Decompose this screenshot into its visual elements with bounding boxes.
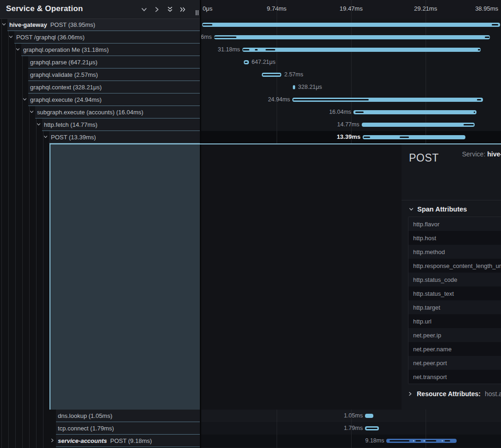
span-name-cell[interactable]: POST (13.39ms) bbox=[49, 131, 201, 143]
operation-name: tcp.connect (1.79ms) bbox=[58, 425, 114, 432]
panel-resize-grip[interactable] bbox=[196, 10, 198, 15]
span-duration-bar[interactable] bbox=[242, 48, 481, 52]
child-span-mark bbox=[415, 440, 421, 442]
operation-name: POST (38.95ms) bbox=[50, 21, 95, 28]
panel-divider[interactable] bbox=[200, 0, 201, 448]
operation-name: dns.lookup (1.05ms) bbox=[58, 412, 112, 419]
ruler-gridline bbox=[351, 0, 352, 19]
child-span-mark bbox=[477, 99, 482, 100]
span-row[interactable]: graphql.execute (24.94ms) bbox=[0, 93, 201, 106]
span-name-cell[interactable]: graphql.operation Me (31.18ms) bbox=[21, 44, 201, 56]
attribute-key: net.transport bbox=[413, 373, 501, 380]
span-duration-label: 647.21μs bbox=[252, 59, 276, 65]
span-attributes-toggle[interactable]: Span Attributes bbox=[409, 205, 501, 213]
span-row[interactable]: tcp.connect (1.79ms) bbox=[0, 422, 201, 435]
attribute-row: http.host"localhost:4011" bbox=[408, 231, 501, 245]
span-row[interactable]: graphql.validate (2.57ms) bbox=[0, 68, 201, 81]
child-span-mark bbox=[485, 37, 489, 38]
service-operation-panel: Service & Operation hive-gatewayPOST (38… bbox=[0, 0, 201, 448]
chevron-down-icon[interactable] bbox=[29, 110, 35, 114]
child-span-mark bbox=[413, 440, 414, 442]
span-attributes-table: http.flavor"1.1"http.host"localhost:4011… bbox=[408, 217, 501, 384]
span-detail-header: POST Service: hive-gatewayDuration: 13.3… bbox=[408, 149, 501, 195]
span-name-cell[interactable]: subgraph.execute (accounts) (16.04ms) bbox=[35, 106, 201, 118]
span-attributes-title: Span Attributes bbox=[417, 205, 467, 213]
selected-span-border bbox=[49, 143, 501, 144]
chevron-down-icon[interactable] bbox=[36, 122, 42, 126]
span-overview-line: Library Name: @opentelemetry/instrumenta… bbox=[408, 169, 501, 180]
chevron-right-icon[interactable] bbox=[152, 4, 162, 14]
span-duration-bar[interactable] bbox=[365, 426, 379, 430]
attribute-row: http.status_text"OK" bbox=[408, 286, 501, 300]
service-operation-header: Service & Operation bbox=[0, 0, 201, 19]
chevron-down-icon[interactable] bbox=[15, 47, 21, 51]
span-overview-line: Library Version: 0.203.0 bbox=[408, 180, 501, 190]
span-name-cell[interactable]: graphql.context (328.21μs) bbox=[28, 81, 201, 93]
span-row[interactable]: service-accountsPOST (9.18ms) bbox=[0, 435, 201, 447]
child-span-mark bbox=[266, 49, 275, 50]
resource-attributes-title[interactable]: Resource Attributes: bbox=[417, 390, 481, 398]
span-duration-bar[interactable] bbox=[386, 439, 457, 443]
selected-span-detail-spacer bbox=[49, 144, 201, 410]
operation-name: graphql.execute (24.94ms) bbox=[30, 96, 102, 103]
span-duration-bar[interactable] bbox=[363, 135, 465, 139]
span-name-cell[interactable]: graphql.parse (647.21μs) bbox=[28, 56, 201, 68]
span-duration-label: 328.21μs bbox=[298, 84, 322, 90]
span-name-cell[interactable]: tcp.connect (1.79ms) bbox=[56, 422, 201, 435]
span-name-cell[interactable]: graphql.execute (24.94ms) bbox=[28, 93, 201, 106]
span-duration-bar[interactable] bbox=[202, 23, 500, 27]
span-name-cell[interactable]: service-accountsPOST (9.18ms) bbox=[56, 435, 201, 447]
child-span-mark bbox=[245, 62, 248, 63]
span-duration-bar[interactable] bbox=[262, 73, 281, 77]
span-duration-bar[interactable] bbox=[353, 110, 476, 114]
chevron-down-icon bbox=[409, 205, 414, 213]
chevron-down-icon[interactable] bbox=[43, 135, 49, 139]
span-name-cell[interactable]: graphql.validate (2.57ms) bbox=[28, 68, 201, 81]
attribute-row: http.status_code200 bbox=[408, 273, 501, 286]
chevron-down-icon[interactable] bbox=[1, 22, 7, 26]
chevron-down-icon[interactable] bbox=[22, 97, 28, 101]
child-span-mark bbox=[424, 440, 425, 442]
attribute-key: http.method bbox=[413, 249, 501, 255]
span-duration-bar[interactable] bbox=[292, 98, 483, 102]
span-name-cell[interactable]: hive-gatewayPOST (38.95ms) bbox=[7, 19, 201, 31]
operation-name: graphql.context (328.21μs) bbox=[30, 84, 102, 91]
double-chevron-down-icon[interactable] bbox=[165, 4, 175, 14]
span-row[interactable]: dns.lookup (1.05ms) bbox=[0, 410, 201, 422]
chevron-down-icon[interactable] bbox=[8, 35, 14, 39]
span-row[interactable]: graphql.context (328.21μs) bbox=[0, 81, 201, 93]
child-span-mark bbox=[426, 440, 436, 442]
chevron-right-icon[interactable] bbox=[49, 438, 56, 442]
chevron-down-icon[interactable] bbox=[139, 4, 149, 14]
span-duration-label: 31.18ms bbox=[218, 46, 240, 53]
span-duration-bar[interactable] bbox=[293, 85, 295, 89]
panel-title: Service & Operation bbox=[6, 4, 83, 13]
span-duration-bar[interactable] bbox=[244, 60, 249, 64]
operation-name: graphql.operation Me (31.18ms) bbox=[23, 46, 109, 53]
span-name-cell[interactable]: http.fetch (14.77ms) bbox=[42, 118, 201, 131]
span-duration-bar[interactable] bbox=[362, 123, 475, 127]
detail-divider bbox=[402, 200, 501, 200]
chevron-right-icon[interactable] bbox=[408, 390, 413, 398]
span-duration-label: 2.57ms bbox=[284, 71, 303, 78]
attribute-row: net.transport"ip_tcp" bbox=[408, 370, 501, 384]
span-name-cell[interactable]: POST /graphql (36.06ms) bbox=[14, 31, 201, 44]
child-span-mark bbox=[390, 440, 409, 442]
span-row[interactable]: hive-gatewayPOST (38.95ms) bbox=[0, 19, 201, 31]
span-row[interactable]: POST /graphql (36.06ms) bbox=[0, 31, 201, 44]
attribute-row: http.method"POST" bbox=[408, 245, 501, 259]
span-duration-bar[interactable] bbox=[365, 414, 373, 418]
span-row[interactable]: graphql.parse (647.21μs) bbox=[0, 56, 201, 68]
span-duration-label: 36.06ms bbox=[201, 34, 212, 40]
span-row[interactable]: POST (13.39ms) bbox=[0, 131, 201, 143]
span-title: POST bbox=[409, 152, 439, 164]
span-duration-bar[interactable] bbox=[214, 35, 490, 39]
span-name-cell[interactable]: dns.lookup (1.05ms) bbox=[56, 410, 201, 422]
span-row[interactable]: subgraph.execute (accounts) (16.04ms) bbox=[0, 106, 201, 118]
span-row[interactable]: http.fetch (14.77ms) bbox=[0, 118, 201, 131]
child-span-mark bbox=[474, 112, 475, 113]
span-duration-label: 1.79ms bbox=[344, 425, 363, 431]
double-chevron-right-icon[interactable] bbox=[178, 4, 188, 14]
child-span-mark bbox=[478, 49, 480, 50]
span-row[interactable]: graphql.operation Me (31.18ms) bbox=[0, 44, 201, 56]
